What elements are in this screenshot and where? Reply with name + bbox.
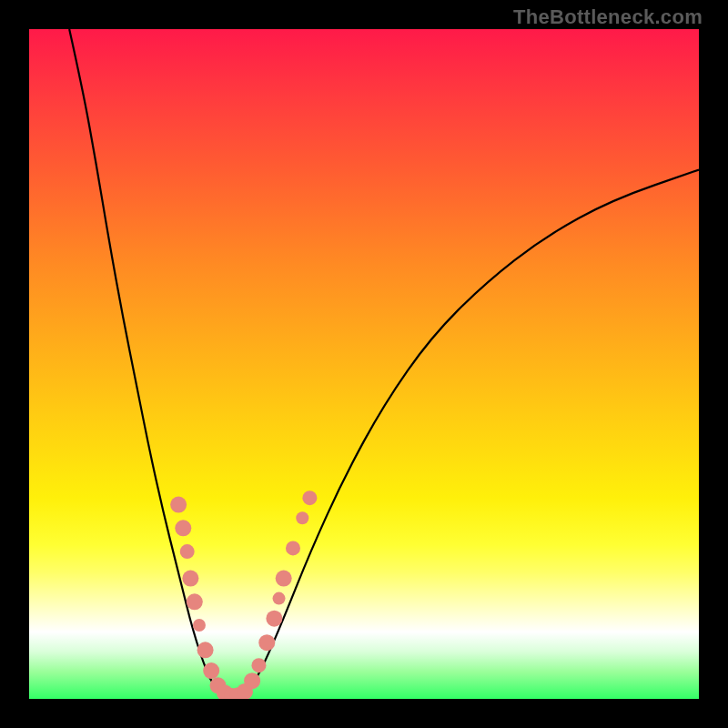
data-marker xyxy=(276,571,292,587)
data-marker xyxy=(273,592,286,605)
bottleneck-curve xyxy=(69,29,699,697)
data-marker xyxy=(170,497,187,513)
data-marker xyxy=(244,672,260,689)
chart-svg xyxy=(0,0,728,728)
data-marker xyxy=(258,634,275,651)
data-marker xyxy=(193,619,206,632)
data-marker xyxy=(182,571,198,587)
data-marker xyxy=(296,511,308,524)
data-marker xyxy=(187,593,203,610)
data-marker xyxy=(251,658,266,672)
data-marker xyxy=(266,611,282,627)
data-marker xyxy=(203,662,219,679)
data-marker xyxy=(197,642,214,658)
data-marker xyxy=(180,544,195,559)
data-marker xyxy=(302,490,317,505)
chart-frame: TheBottleneck.com xyxy=(0,0,728,728)
data-marker xyxy=(286,541,300,555)
data-marker xyxy=(175,520,191,536)
